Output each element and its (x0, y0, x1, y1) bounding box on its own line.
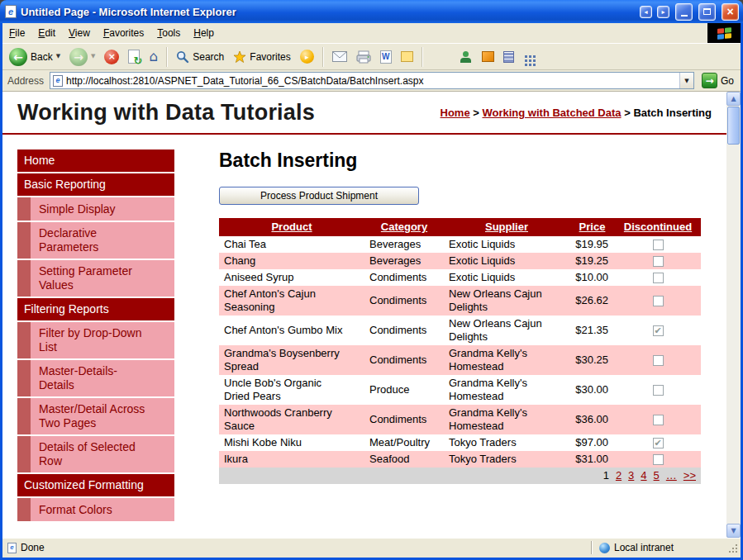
search-button[interactable]: Search (173, 49, 227, 65)
sidebar-section-basic-reporting[interactable]: Basic Reporting (17, 173, 174, 196)
column-sort-link[interactable]: Discontinued (624, 221, 692, 233)
discontinued-checkbox[interactable] (653, 296, 664, 306)
sidebar-item-master-detail-across-two-pages[interactable]: Master/Detail Across Two Pages (17, 398, 174, 434)
scroll-down-button[interactable]: ▼ (726, 524, 741, 538)
discontinued-checkbox[interactable] (653, 454, 664, 465)
discontinued-checkbox[interactable] (653, 385, 664, 396)
discontinued-cell (615, 286, 701, 316)
discuss-button[interactable] (398, 50, 417, 64)
pager-link-5[interactable]: 5 (654, 469, 660, 482)
keypad-button[interactable] (520, 50, 541, 64)
menu-item-edit[interactable]: Edit (31, 23, 62, 43)
process-product-shipment-button[interactable]: Process Product Shipment (219, 187, 419, 205)
scrollbar-track[interactable] (726, 106, 741, 524)
sidebar-item-details-of-selected-row[interactable]: Details of Selected Row (17, 436, 174, 472)
pager-link-[interactable]: … (666, 469, 677, 482)
supplier-cell: Tokyo Traders (444, 451, 569, 467)
minimize-button[interactable] (675, 3, 693, 21)
column-sort-link[interactable]: Category (381, 221, 427, 233)
breadcrumb-separator: > (622, 107, 634, 119)
price-cell: $26.62 (569, 286, 615, 316)
sidebar-item-simple-display[interactable]: Simple Display (17, 197, 174, 221)
product-cell: Chef Anton's Gumbo Mix (219, 316, 364, 345)
supplier-cell: New Orleans Cajun Delights (444, 286, 569, 316)
discontinued-checkbox[interactable] (653, 256, 664, 267)
ie-app-icon[interactable]: e (5, 5, 17, 18)
media-button[interactable]: ▸ (297, 48, 317, 65)
price-cell: $21.35 (569, 316, 615, 345)
resize-grip[interactable] (726, 542, 739, 554)
discontinued-cell (615, 269, 701, 286)
supplier-cell: Grandma Kelly's Homestead (444, 345, 569, 375)
research-button[interactable] (479, 50, 498, 64)
favorites-button[interactable]: Favorites (230, 49, 293, 65)
address-input[interactable]: e http://localhost:2810/ASPNET_Data_Tuto… (50, 72, 694, 89)
go-button[interactable]: → Go (698, 73, 737, 88)
price-cell: $19.95 (569, 236, 615, 253)
pager-link-[interactable]: >> (683, 469, 696, 482)
sidebar-item-declarative-parameters[interactable]: Declarative Parameters (17, 222, 174, 259)
sites-button[interactable] (500, 50, 517, 64)
scroll-up-button[interactable]: ▲ (726, 92, 741, 106)
pager-link-3[interactable]: 3 (628, 469, 634, 482)
sidebar-item-label: Declarative Parameters (39, 226, 148, 254)
discontinued-checkbox[interactable] (653, 273, 664, 283)
price-cell: $31.00 (569, 451, 615, 467)
scrollbar-thumb[interactable] (727, 107, 740, 145)
menu-item-tools[interactable]: Tools (150, 23, 187, 43)
stop-button[interactable]: × (101, 48, 122, 66)
product-cell: Chang (219, 253, 364, 269)
edit-button[interactable]: W (377, 49, 395, 65)
titlebar-extra-right-button[interactable]: ▸ (657, 6, 669, 18)
sidebar-section-customized-formatting[interactable]: Customized Formatting (17, 474, 174, 496)
close-button[interactable]: × (722, 3, 739, 21)
forward-button[interactable]: → ▼ (66, 46, 98, 68)
pager-link-2[interactable]: 2 (616, 469, 622, 482)
favorites-star-icon (233, 50, 246, 64)
sidebar-item-master-details-details[interactable]: Master-Details-Details (17, 360, 174, 396)
menu-item-file[interactable]: File (2, 23, 31, 43)
print-icon (356, 50, 371, 64)
breadcrumb-link-working-with-batched-data[interactable]: Working with Batched Data (482, 107, 621, 119)
sidebar-item-format-colors[interactable]: Format Colors (17, 498, 174, 521)
home-icon: ⌂ (149, 50, 158, 64)
category-cell: Condiments (364, 269, 444, 286)
discontinued-checkbox[interactable] (653, 438, 664, 448)
price-cell: $30.00 (569, 375, 615, 405)
menu-item-favorites[interactable]: Favorites (97, 23, 150, 43)
breadcrumb-link-home[interactable]: Home (441, 107, 470, 119)
discontinued-checkbox[interactable] (653, 355, 664, 366)
address-url[interactable]: http://localhost:2810/ASPNET_Data_Tutori… (66, 75, 676, 87)
address-dropdown-button[interactable]: ▼ (679, 73, 693, 88)
sidebar-item-filter-by-drop-down-list[interactable]: Filter by Drop-Down List (17, 322, 174, 358)
home-button[interactable]: ⌂ (145, 48, 161, 65)
back-dropdown-icon[interactable]: ▼ (56, 54, 60, 59)
sidebar-item-inner: Setting Parameter Values (31, 260, 174, 297)
sidebar-item-setting-parameter-values[interactable]: Setting Parameter Values (17, 260, 174, 297)
back-button[interactable]: ← Back ▼ (6, 46, 64, 68)
column-sort-link[interactable]: Price (579, 221, 606, 233)
refresh-button[interactable]: ↻ (125, 48, 143, 65)
vertical-scrollbar[interactable]: ▲ ▼ (726, 92, 741, 538)
toolbar-separator (166, 47, 168, 67)
discontinued-checkbox[interactable] (653, 415, 664, 425)
sidebar-section-home[interactable]: Home (17, 149, 174, 172)
discontinued-checkbox[interactable] (653, 325, 664, 336)
menu-item-view[interactable]: View (62, 23, 97, 43)
messenger-button[interactable] (456, 50, 476, 64)
product-cell: Grandma's Boysenberry Spread (219, 345, 364, 375)
discontinued-cell (615, 451, 701, 467)
discontinued-checkbox[interactable] (653, 240, 664, 250)
column-sort-link[interactable]: Supplier (485, 221, 528, 233)
print-button[interactable] (353, 49, 374, 65)
maximize-button[interactable] (698, 3, 716, 21)
category-cell: Beverages (364, 236, 444, 253)
column-sort-link[interactable]: Product (271, 221, 312, 233)
main-content: Batch Inserting Process Product Shipment… (219, 149, 701, 523)
mail-button[interactable] (329, 50, 350, 64)
titlebar-extra-left-button[interactable]: ◂ (640, 6, 652, 18)
window-title: Untitled Page - Microsoft Internet Explo… (21, 6, 635, 18)
pager-link-4[interactable]: 4 (641, 469, 646, 482)
sidebar-section-filtering-reports[interactable]: Filtering Reports (17, 298, 174, 320)
menu-item-help[interactable]: Help (187, 23, 221, 43)
